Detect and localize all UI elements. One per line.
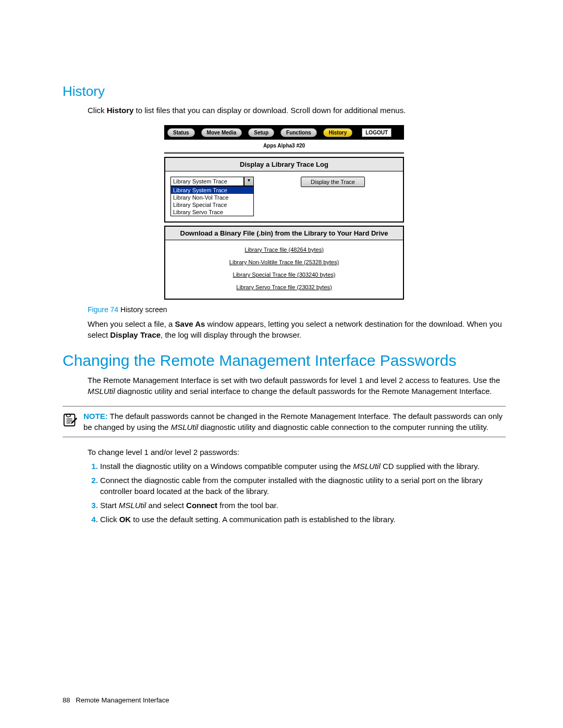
svg-rect-0 — [64, 414, 75, 426]
section-heading-passwords: Changing the Remote Management Interface… — [63, 352, 506, 369]
note-block: NOTE: The default passwords cannot be ch… — [63, 406, 506, 437]
trace-option[interactable]: Library System Trace — [171, 187, 253, 194]
trace-option[interactable]: Library Servo Trace — [171, 208, 253, 216]
trace-dropdown[interactable]: Library System Trace ▾ Library System Tr… — [170, 177, 254, 216]
trace-dropdown-value[interactable]: Library System Trace — [170, 177, 244, 186]
download-panel-header: Download a Binary File (.bin) from the L… — [165, 227, 403, 240]
history-intro: Click History to list files that you can… — [88, 105, 506, 116]
trace-dropdown-list: Library System Trace Library Non-Vol Tra… — [170, 186, 254, 216]
after-figure-text: When you select a file, a Save As window… — [88, 318, 506, 340]
passwords-paragraph: The Remote Management Interface is set w… — [88, 375, 506, 397]
logout-button[interactable]: LOGOUT — [362, 128, 391, 137]
dropdown-arrow-icon[interactable]: ▾ — [244, 177, 254, 186]
download-link[interactable]: Library Special Trace file (303240 bytes… — [165, 268, 403, 281]
step-3: Start MSLUtil and select Connect from th… — [100, 500, 506, 511]
step-4: Click OK to use the default setting. A c… — [100, 514, 506, 525]
trace-log-panel: Display a Library Trace Log Library Syst… — [164, 157, 404, 223]
figure-caption: Figure 74 History screen — [88, 305, 506, 315]
history-screenshot: Status Move Media Setup Functions Histor… — [164, 125, 404, 300]
step-1: Install the diagnostic utility on a Wind… — [100, 461, 506, 472]
steps-intro: To change level 1 and/or level 2 passwor… — [88, 447, 506, 458]
nav-history[interactable]: History — [323, 128, 352, 137]
download-panel: Download a Binary File (.bin) from the L… — [164, 226, 404, 300]
download-link[interactable]: Library Non-Volitile Trace file (25328 b… — [165, 256, 403, 268]
nav-status[interactable]: Status — [167, 128, 195, 137]
page-footer: 88 Remote Management Interface — [63, 696, 169, 704]
download-link[interactable]: Library Trace file (48264 bytes) — [165, 243, 403, 256]
app-subtitle: Apps Alpha3 #20 — [164, 140, 404, 152]
trace-log-header: Display a Library Trace Log — [165, 158, 403, 171]
download-links: Library Trace file (48264 bytes) Library… — [165, 240, 403, 299]
note-text: NOTE: The default passwords cannot be ch… — [83, 411, 506, 433]
nav-functions[interactable]: Functions — [280, 128, 317, 137]
note-icon — [63, 411, 78, 433]
step-2: Connect the diagnostic cable from the co… — [100, 475, 506, 497]
nav-move-media[interactable]: Move Media — [201, 128, 242, 137]
section-heading-history: History — [63, 83, 506, 100]
display-trace-button[interactable]: Display the Trace — [301, 177, 365, 187]
steps-list: Install the diagnostic utility on a Wind… — [88, 461, 506, 525]
nav-setup[interactable]: Setup — [248, 128, 274, 137]
nav-bar: Status Move Media Setup Functions Histor… — [164, 125, 404, 140]
trace-option[interactable]: Library Non-Vol Trace — [171, 194, 253, 201]
download-link[interactable]: Library Servo Trace file (23032 bytes) — [165, 281, 403, 293]
trace-option[interactable]: Library Special Trace — [171, 201, 253, 208]
